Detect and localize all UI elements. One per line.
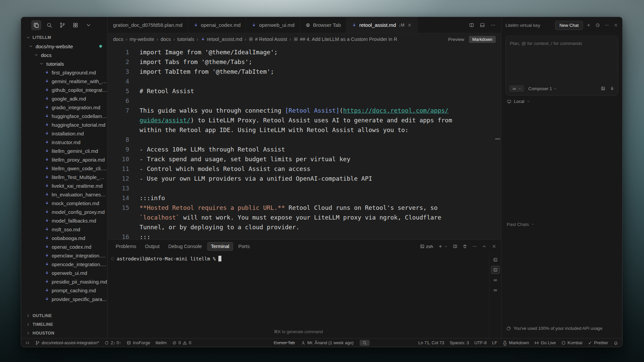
breadcrumb-item[interactable]: # Retool Assist — [249, 37, 287, 42]
file-item[interactable]: instructor.md — [21, 138, 107, 146]
panel-tab-ports[interactable]: Ports — [235, 242, 253, 251]
file-item[interactable]: opencode_integration.md — [21, 260, 107, 268]
file-item[interactable]: huggingface_codellama... — [21, 112, 107, 120]
file-item[interactable]: first_playground.md — [21, 68, 107, 77]
activity-extensions-button[interactable] — [70, 20, 80, 30]
split-terminal-button[interactable] — [453, 244, 458, 249]
file-item[interactable]: openai_codex.md — [21, 242, 107, 251]
file-item[interactable]: model_config_proxy.md — [21, 207, 107, 216]
file-item[interactable]: google_adk.md — [21, 94, 107, 103]
markdown-mode-badge[interactable]: Markdown — [469, 36, 496, 43]
sidebar-section-houston[interactable]: HOUSTON — [21, 329, 107, 338]
file-item[interactable]: litellm_gemini_cli.md — [21, 146, 107, 155]
insforge[interactable]: InsForge — [126, 340, 150, 345]
terminal-session[interactable] — [491, 266, 500, 274]
activity-search-button[interactable] — [44, 20, 54, 30]
new-terminal-button[interactable] — [438, 244, 448, 249]
go-live[interactable]: Go Live — [534, 340, 556, 345]
breadcrumb-item[interactable]: docs — [113, 37, 123, 42]
kill-terminal-button[interactable] — [463, 244, 467, 249]
indentation[interactable]: Spaces: 3 — [449, 340, 469, 345]
terminal-session[interactable] — [491, 256, 500, 264]
panel-tab-terminal[interactable]: Terminal — [207, 242, 233, 251]
file-item[interactable]: lm_evaluation_harness... — [21, 190, 107, 199]
litellm[interactable]: litellm — [156, 340, 167, 345]
file-item[interactable]: github_copilot_integrati... — [21, 85, 107, 94]
add-chat-button[interactable] — [586, 23, 591, 27]
split-editor-button[interactable] — [469, 22, 474, 28]
cursor-tab[interactable]: Cursor Tab — [274, 340, 295, 345]
activity-files-button[interactable] — [31, 20, 41, 30]
layout-panel-button[interactable] — [480, 22, 485, 28]
close-chat-button[interactable] — [613, 23, 618, 27]
panel-more-button[interactable] — [472, 244, 477, 249]
shell-selector[interactable]: zsh — [420, 244, 433, 249]
sidebar-section-outline[interactable]: OUTLINE — [21, 311, 107, 320]
eol[interactable]: LF — [492, 340, 497, 345]
folder-item[interactable]: docs — [21, 51, 107, 59]
maximize-panel-button[interactable] — [482, 244, 487, 249]
kombai[interactable]: Kombai — [561, 340, 582, 345]
chat-history-button[interactable] — [595, 23, 600, 27]
panel-tab-problems[interactable]: Problems — [112, 242, 140, 251]
file-item[interactable]: livekit_xai_realtime.md — [21, 181, 107, 190]
activity-chevron-down-button[interactable] — [84, 20, 94, 30]
chat-input[interactable]: Plan, @ for context, / for commands ∞ Co… — [505, 36, 618, 96]
close-panel-button[interactable] — [492, 244, 496, 249]
close-icon[interactable] — [407, 23, 412, 27]
breadcrumb-item[interactable]: ## 4. Add LiteLLM as a Custom Provider i… — [293, 37, 397, 42]
file-item[interactable]: installation.md — [21, 129, 107, 138]
breadcrumb-item[interactable]: tutorials — [177, 37, 194, 42]
attach-image-button[interactable] — [601, 86, 605, 91]
file-item[interactable]: gradio_integration.md — [21, 103, 107, 112]
file-item[interactable]: model_fallbacks.md — [21, 216, 107, 225]
chat-more-button[interactable] — [604, 23, 609, 27]
file-item[interactable]: msft_sso.md — [21, 225, 107, 234]
file-item[interactable]: presidio_pii_masking.md — [21, 277, 107, 286]
search-toggle[interactable] — [360, 340, 370, 346]
terminal-session[interactable]: ∞ — [491, 286, 500, 294]
file-item[interactable]: gemini_realtime_with_a... — [21, 77, 107, 85]
voice-input-button[interactable] — [610, 86, 614, 91]
notifications[interactable] — [613, 341, 618, 345]
file-item[interactable]: prompt_caching.md — [21, 286, 107, 295]
editor-tab[interactable]: retool_assist.md↓M — [346, 17, 418, 33]
prettier[interactable]: ✓Prettier — [588, 340, 608, 345]
git-blame[interactable]: Mr. Ånand (1 week ago) — [301, 340, 354, 345]
breadcrumb-item[interactable]: retool_assist.md — [201, 37, 243, 42]
folder-item[interactable]: docs/my-website — [21, 42, 107, 51]
file-item[interactable]: litellm_Test_Multiple_Pr... — [21, 173, 107, 181]
editor-tab[interactable]: openweb_ui.md — [246, 17, 300, 33]
explorer-root[interactable]: LITELLM — [21, 33, 107, 42]
file-item[interactable]: litellm_qwen_code_cli.md — [21, 164, 107, 173]
git-sync[interactable]: 2↓ 0↑ — [104, 340, 121, 345]
agent-mode-selector[interactable]: ∞ — [509, 85, 524, 92]
terminal[interactable]: astrodevil@Astro-Mac-mini litellm % ⌘K t… — [108, 253, 489, 338]
activity-git-branch-button[interactable] — [57, 20, 67, 30]
remote-indicator[interactable] — [25, 341, 30, 345]
encoding[interactable]: UTF-8 — [474, 340, 487, 345]
breadcrumb-item[interactable]: my-website — [129, 37, 154, 42]
file-item[interactable]: mock_completion.md — [21, 199, 107, 207]
breadcrumb-item[interactable]: docs — [161, 37, 171, 42]
editor-tab[interactable]: gration_doc_d075fd58.plan.md — [108, 17, 188, 33]
sidebar-section-timeline[interactable]: TIMELINE — [21, 320, 107, 329]
file-item[interactable]: openweb_ui.md — [21, 268, 107, 277]
cursor-position[interactable]: Ln 71, Col 73 — [418, 340, 444, 345]
local-selector[interactable]: Local — [507, 99, 617, 104]
language-mode[interactable]: {}Markdown — [502, 340, 529, 345]
file-item[interactable]: huggingface_tutorial.md — [21, 120, 107, 129]
folder-item[interactable]: tutorials — [21, 59, 107, 68]
file-item[interactable]: openclaw_integration.md — [21, 251, 107, 260]
code-editor[interactable]: 1import Image from '@theme/IdealImage';2… — [108, 45, 501, 239]
editor-tab[interactable]: openai_codex.md — [188, 17, 246, 33]
file-item[interactable]: litellm_proxy_aporia.md — [21, 155, 107, 164]
ellipsis-button[interactable] — [490, 22, 496, 28]
terminal-session[interactable]: ∞ — [491, 276, 500, 284]
problems[interactable]: 00 — [172, 340, 191, 345]
panel-tab-debug-console[interactable]: Debug Console — [165, 242, 205, 251]
new-chat-button[interactable]: New Chat — [555, 21, 583, 30]
panel-tab-output[interactable]: Output — [142, 242, 163, 251]
composer-selector[interactable]: Composer 1 — [528, 86, 557, 91]
file-item[interactable]: oobabooga.md — [21, 234, 107, 242]
